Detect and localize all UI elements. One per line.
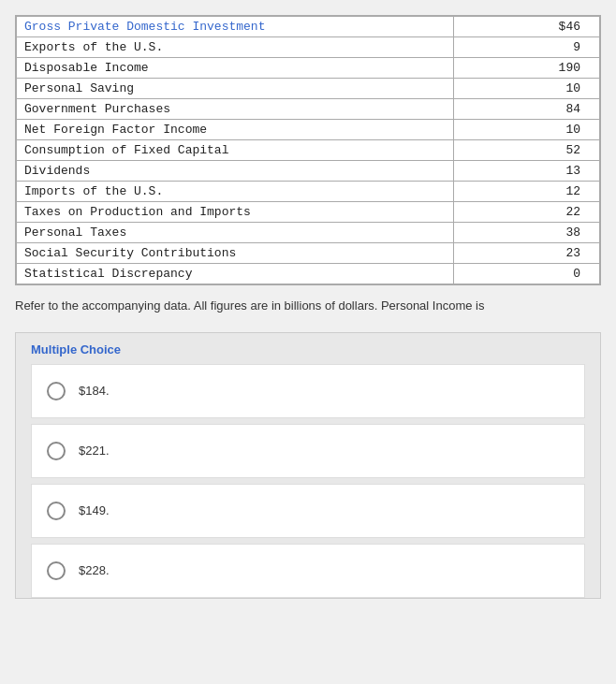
row-label: Personal Saving [17,79,454,99]
radio-button-c[interactable] [47,502,66,520]
mc-option-d[interactable]: $228. [31,544,585,598]
row-label: Gross Private Domestic Investment [17,17,454,37]
row-value: 23 [454,243,600,264]
option-text-c: $149. [79,503,110,517]
option-text-b: $221. [79,444,110,458]
row-value: 38 [454,223,600,243]
row-label: Imports of the U.S. [17,182,454,202]
table-row: Consumption of Fixed Capital52 [17,140,600,161]
multiple-choice-label: Multiple Choice [31,342,585,364]
row-value: 84 [454,99,600,120]
multiple-choice-section: Multiple Choice $184.$221.$149.$228. [15,332,601,599]
row-label: Personal Taxes [17,223,454,243]
table-row: Personal Saving10 [17,79,600,99]
table-row: Gross Private Domestic Investment$46 [17,17,600,37]
mc-option-c[interactable]: $149. [31,484,585,538]
row-label: Statistical Discrepancy [17,264,454,284]
row-label: Consumption of Fixed Capital [17,140,454,161]
radio-button-a[interactable] [47,382,66,400]
table-row: Exports of the U.S.9 [17,37,600,58]
data-table: Gross Private Domestic Investment$46Expo… [15,15,601,285]
row-value: 10 [454,120,600,140]
radio-button-b[interactable] [47,442,66,460]
row-value: 10 [454,79,600,99]
row-label: Exports of the U.S. [17,37,454,58]
table-row: Social Security Contributions23 [17,243,600,264]
mc-option-b[interactable]: $221. [31,424,585,478]
mc-option-a[interactable]: $184. [31,364,585,418]
table-row: Taxes on Production and Imports22 [17,202,600,223]
table-row: Disposable Income190 [17,58,600,79]
refer-text: Refer to the accompanying data. All figu… [15,297,601,315]
row-value: 52 [454,140,600,161]
option-text-a: $184. [79,384,110,398]
row-value: 0 [454,264,600,284]
table-row: Imports of the U.S.12 [17,182,600,202]
table-row: Statistical Discrepancy0 [17,264,600,284]
table-row: Government Purchases84 [17,99,600,120]
table-row: Personal Taxes38 [17,223,600,243]
table-row: Net Foreign Factor Income10 [17,120,600,140]
table-row: Dividends13 [17,161,600,182]
row-value: $46 [454,17,600,37]
row-value: 9 [454,37,600,58]
row-value: 190 [454,58,600,79]
row-value: 13 [454,161,600,182]
row-label: Disposable Income [17,58,454,79]
row-value: 12 [454,182,600,202]
row-value: 22 [454,202,600,223]
row-label: Taxes on Production and Imports [17,202,454,223]
row-label: Social Security Contributions [17,243,454,264]
option-text-d: $228. [79,563,110,577]
row-label: Government Purchases [17,99,454,120]
row-label: Net Foreign Factor Income [17,120,454,140]
row-label: Dividends [17,161,454,182]
radio-button-d[interactable] [47,561,66,580]
